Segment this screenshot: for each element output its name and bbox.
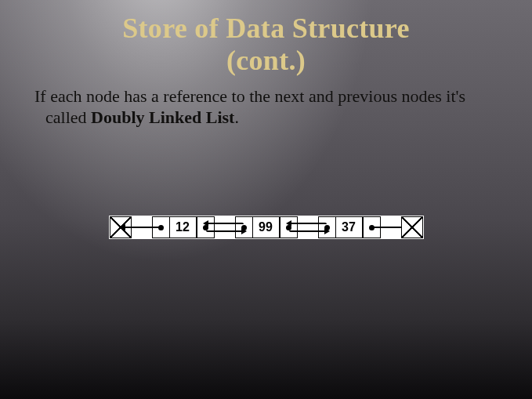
arrow-prev-icon	[206, 223, 244, 224]
node-value: 99	[253, 217, 280, 238]
slide-title: Store of Data Structure (cont.)	[0, 0, 532, 78]
arrow-next-icon	[289, 230, 327, 232]
diagram-container: 12 99 37	[0, 216, 532, 239]
body-bold: Doubly Linked List	[91, 107, 234, 127]
arrow-next-icon	[206, 230, 244, 232]
body-suffix: .	[234, 107, 239, 127]
arrow-prev-icon	[289, 223, 327, 224]
prev-pointer	[319, 217, 336, 238]
list-node: 37	[318, 216, 381, 238]
node-value: 12	[170, 217, 197, 238]
title-line1: Store of Data Structure	[0, 13, 532, 45]
node-value: 37	[336, 217, 363, 238]
arrow-pair	[298, 216, 318, 238]
arrow-pair	[215, 216, 235, 238]
null-terminator-right	[401, 216, 423, 238]
body-text: If each node has a reference to the next…	[11, 78, 532, 129]
doubly-linked-list-diagram: 12 99 37	[109, 216, 424, 239]
slide: Store of Data Structure (cont.) If each …	[0, 0, 532, 399]
title-line2: (cont.)	[0, 45, 532, 77]
arrow-tail-to-null	[381, 216, 401, 238]
arrow-left-icon	[123, 227, 161, 228]
prev-pointer	[236, 217, 253, 238]
arrow-head-to-null	[132, 216, 152, 238]
